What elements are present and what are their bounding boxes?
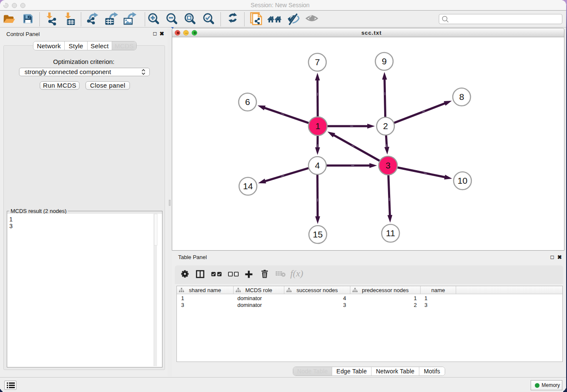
svg-text:4: 4 [315,160,320,170]
svg-text:7: 7 [315,57,320,67]
svg-text:6: 6 [245,97,250,107]
svg-text:9: 9 [382,56,387,66]
svg-text:11: 11 [386,228,395,238]
svg-text:15: 15 [313,229,322,239]
svg-text:1: 1 [315,121,320,131]
svg-text:8: 8 [459,92,464,102]
svg-text:2: 2 [383,121,388,131]
svg-text:3: 3 [385,160,391,170]
svg-text:14: 14 [243,181,253,191]
svg-text:10: 10 [457,176,467,185]
